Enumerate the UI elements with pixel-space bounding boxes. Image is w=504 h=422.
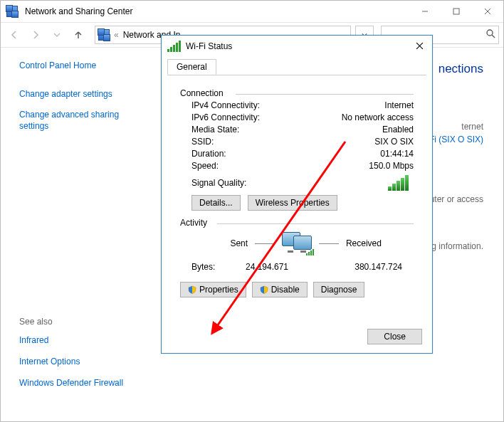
ssid-label: SSID: bbox=[191, 137, 214, 147]
see-also-label: See also bbox=[19, 317, 145, 327]
speed-label: Speed: bbox=[191, 161, 219, 171]
ipv4-value: Internet bbox=[384, 100, 414, 110]
wifi-icon bbox=[167, 41, 182, 52]
duration-value: 01:44:14 bbox=[380, 149, 414, 159]
media-value: Enabled bbox=[382, 125, 414, 134]
app-window: Network and Sharing Center « Network and… bbox=[0, 0, 504, 422]
disable-button-label: Disable bbox=[271, 285, 300, 295]
access-type-fragment: ternet bbox=[461, 122, 483, 132]
ipv6-value: No network access bbox=[342, 112, 414, 122]
group-connection-label: Connection bbox=[180, 88, 228, 98]
disable-button[interactable]: Disable bbox=[252, 282, 308, 297]
properties-button-label: Properties bbox=[199, 285, 238, 295]
dialog-title: Wi-Fi Status bbox=[186, 41, 232, 51]
bytes-received: 380.147.724 bbox=[355, 262, 402, 272]
ipv6-label: IPv6 Connectivity: bbox=[191, 112, 260, 122]
bytes-sent: 24.194.671 bbox=[246, 262, 288, 272]
group-connection: Connection IPv4 Connectivity:Internet IP… bbox=[180, 88, 414, 211]
nav-back-button[interactable] bbox=[5, 26, 23, 43]
network-center-icon bbox=[6, 6, 18, 17]
window-titlebar: Network and Sharing Center bbox=[1, 1, 503, 22]
ssid-value: SIX O SIX bbox=[374, 137, 414, 147]
svg-line-5 bbox=[492, 35, 495, 38]
see-also-infrared[interactable]: Infrared bbox=[19, 335, 145, 347]
duration-label: Duration: bbox=[191, 149, 226, 159]
svg-rect-1 bbox=[453, 9, 459, 14]
network-center-icon bbox=[98, 29, 110, 41]
connection-link-fragment[interactable]: i-Fi (SIX O SIX) bbox=[424, 134, 483, 144]
dialog-tabs: General bbox=[167, 58, 426, 75]
shield-icon bbox=[188, 285, 196, 294]
minimize-button[interactable] bbox=[409, 1, 441, 22]
nav-up-button[interactable] bbox=[69, 26, 88, 43]
see-also-firewall[interactable]: Windows Defender Firewall bbox=[19, 378, 145, 389]
close-button[interactable] bbox=[472, 1, 503, 22]
signal-label: Signal Quality: bbox=[191, 178, 246, 188]
nav-history-button[interactable] bbox=[48, 26, 66, 43]
ipv4-label: IPv4 Connectivity: bbox=[191, 100, 260, 110]
received-label: Received bbox=[346, 238, 414, 248]
window-title: Network and Sharing Center bbox=[25, 6, 132, 16]
speed-value: 150.0 Mbps bbox=[369, 161, 414, 171]
dialog-titlebar: Wi-Fi Status bbox=[162, 36, 432, 57]
close-dialog-button[interactable]: Close bbox=[367, 329, 422, 344]
activity-monitors-icon bbox=[282, 232, 312, 255]
sidebar: Control Panel Home Change adapter settin… bbox=[1, 48, 150, 422]
properties-button[interactable]: Properties bbox=[180, 282, 246, 297]
media-label: Media State: bbox=[191, 125, 239, 134]
group-activity-label: Activity bbox=[180, 218, 211, 228]
shield-icon bbox=[260, 285, 268, 294]
diagnose-button[interactable]: Diagnose bbox=[313, 282, 365, 297]
sidebar-item-adapter[interactable]: Change adapter settings bbox=[19, 89, 145, 100]
nav-forward-button[interactable] bbox=[26, 26, 45, 43]
maximize-button[interactable] bbox=[441, 1, 472, 22]
wifi-status-dialog: Wi-Fi Status General Connection IPv4 Con… bbox=[161, 35, 433, 354]
control-panel-home-link[interactable]: Control Panel Home bbox=[19, 60, 145, 72]
group-activity: Activity Sent Received Bytes: 24.194.671… bbox=[180, 218, 414, 272]
tab-general[interactable]: General bbox=[167, 59, 216, 75]
search-icon bbox=[485, 28, 495, 41]
signal-strength-icon bbox=[388, 175, 409, 191]
sent-label: Sent bbox=[180, 238, 248, 248]
sidebar-item-advanced-sharing[interactable]: Change advanced sharing settings bbox=[19, 110, 145, 132]
see-also-internet-options[interactable]: Internet Options bbox=[19, 357, 145, 368]
svg-point-4 bbox=[487, 30, 493, 36]
dialog-close-button[interactable] bbox=[411, 38, 428, 53]
bytes-label: Bytes: bbox=[191, 262, 215, 272]
details-button[interactable]: Details... bbox=[191, 195, 241, 211]
wireless-properties-button[interactable]: Wireless Properties bbox=[248, 195, 337, 211]
